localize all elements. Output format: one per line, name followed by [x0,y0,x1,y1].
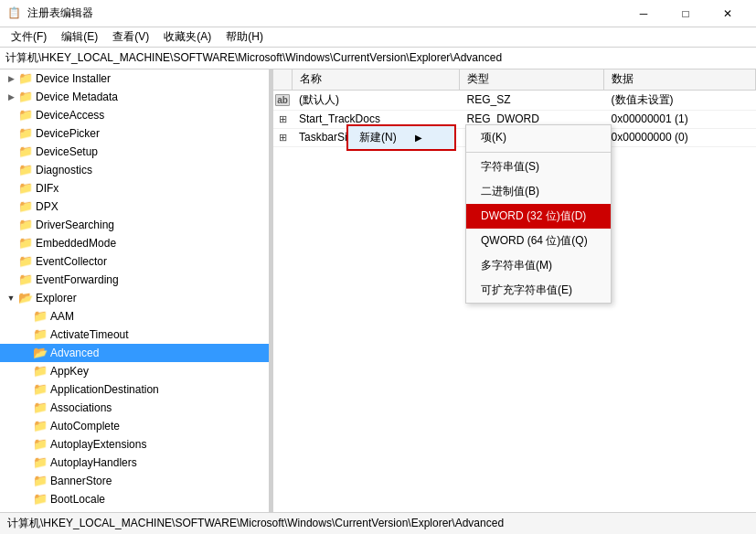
tree-item-label: Explorer [36,292,77,304]
submenu-divider [466,152,611,153]
table-row[interactable]: ab (默认人) REG_SZ (数值未设置) [273,90,756,110]
col-icon [273,69,292,90]
tree-item-label: BootLocale [50,493,105,506]
close-button[interactable]: ✕ [707,0,749,27]
tree-item-label: ApplicationDestination [50,383,159,396]
tree-item-embeddedmode[interactable]: ▶ 📁 EmbeddedMode [0,234,269,252]
folder-icon: 📁 [18,71,33,86]
tree-item-difx[interactable]: ▶ 📁 DIFx [0,179,269,198]
tree-item-label: EventForwarding [36,273,119,286]
tree-item-label: Advanced [50,347,99,359]
tree-item-label: EventCollector [36,255,107,268]
tree-item-device-installer[interactable]: ▶ 📁 Device Installer [0,69,269,88]
expand-arrow: ▶ [4,220,18,230]
tree-item-label: Device Installer [36,72,111,85]
tree-item-dpx[interactable]: ▶ 📁 DPX [0,198,269,216]
tree-item-label: DeviceSetup [36,145,98,158]
folder-icon: 📁 [18,126,33,141]
tree-item-label: AutoplayHandlers [50,456,137,469]
tree-item-autocomplete[interactable]: ▶ 📁 AutoComplete [0,417,269,435]
window-controls: ─ □ ✕ [623,0,749,27]
tree-item-label: DPX [36,200,59,213]
tree-item-device-metadata[interactable]: ▶ 📁 Device Metadata [0,88,269,106]
menu-view[interactable]: 查看(V) [105,27,156,47]
menu-file[interactable]: 文件(F) [4,27,54,47]
row-icon: ⊞ [273,110,292,128]
row-data: 0x00000001 (1) [604,110,756,128]
menu-favorites[interactable]: 收藏夹(A) [156,27,218,47]
address-path: 计算机\HKEY_LOCAL_MACHINE\SOFTWARE\Microsof… [5,50,751,66]
tree-item-bootlocale[interactable]: ▶ 📁 BootLocale [0,490,269,508]
expand-arrow: ▶ [18,440,33,449]
status-text: 计算机\HKEY_LOCAL_MACHINE\SOFTWARE\Microsof… [7,516,504,531]
tree-item-label: AutoplayExtensions [50,438,146,451]
folder-icon: 📁 [33,400,48,415]
tree-item-label: DeviceAccess [36,109,104,122]
expand-arrow: ▶ [18,422,33,431]
submenu-item-expandstring[interactable]: 可扩充字符串值(E) [466,278,611,303]
tree-item-label: DIFx [36,182,59,195]
expand-arrow: ▶ [4,166,18,175]
tree-item-label: Diagnostics [36,164,92,176]
tree-item-eventforwarding[interactable]: ▶ 📁 EventForwarding [0,271,269,289]
submenu-item-dword[interactable]: DWORD (32 位)值(D) [466,204,611,229]
folder-icon: 📁 [33,510,48,512]
row-name: (默认人) [292,90,460,110]
folder-icon: 📂 [18,291,33,305]
expand-arrow: ▶ [18,458,33,467]
title-bar: 📋 注册表编辑器 ─ □ ✕ [0,0,756,27]
tree-item-activatetimeout[interactable]: ▶ 📁 ActivateTimeout [0,326,269,344]
expand-arrow: ▶ [4,257,18,266]
tree-item-label: DevicePicker [36,127,100,140]
registry-tree[interactable]: ▶ 📁 Device Installer ▶ 📁 Device Metadata… [0,69,270,512]
tree-item-deviceaccess[interactable]: ▶ 📁 DeviceAccess [0,106,269,124]
tree-item-eventcollector[interactable]: ▶ 📁 EventCollector [0,252,269,271]
menu-edit[interactable]: 编辑(E) [54,27,105,47]
submenu-item-string[interactable]: 字符串值(S) [466,155,611,179]
main-content: ▶ 📁 Device Installer ▶ 📁 Device Metadata… [0,69,756,512]
tree-item-autoplayhandlers[interactable]: ▶ 📁 AutoplayHandlers [0,454,269,472]
folder-icon: 📁 [18,272,33,287]
submenu-item-key[interactable]: 项(K) [466,125,611,150]
tree-item-explorer[interactable]: ▼ 📂 Explorer [0,289,269,307]
folder-icon: 📁 [18,181,33,196]
tree-item-autoplayextensions[interactable]: ▶ 📁 AutoplayExtensions [0,435,269,454]
minimize-button[interactable]: ─ [623,0,665,27]
tree-item-diagnostics[interactable]: ▶ 📁 Diagnostics [0,161,269,179]
maximize-button[interactable]: □ [665,0,707,27]
row-data: 0x00000000 (0) [604,128,756,146]
tree-item-associations[interactable]: ▶ 📁 Associations [0,399,269,417]
tree-item-aam[interactable]: ▶ 📁 AAM [0,307,269,326]
submenu-item-binary[interactable]: 二进制值(B) [466,179,611,204]
folder-icon: 📁 [18,254,33,269]
expand-arrow: ▶ [18,330,33,339]
folder-icon: 📁 [33,492,48,507]
menu-bar: 文件(F) 编辑(E) 查看(V) 收藏夹(A) 帮助(H) [0,27,756,48]
tree-item-advanced[interactable]: ▶ 📂 Advanced [0,344,269,362]
tree-item-appkey[interactable]: ▶ 📁 AppKey [0,362,269,380]
tree-item-brokerextensions[interactable]: ▶ 📁 BrokerExtensions [0,508,269,512]
submenu-item-qword[interactable]: QWORD (64 位)值(Q) [466,229,611,253]
tree-item-devicesetup[interactable]: ▶ 📁 DeviceSetup [0,143,269,161]
folder-icon: 📁 [18,218,33,232]
tree-item-bannerstore[interactable]: ▶ 📁 BannerStore [0,472,269,490]
new-button[interactable]: 新建(N) ▶ [346,124,456,151]
app-icon: 📋 [7,6,22,21]
submenu-item-multistring[interactable]: 多字符串值(M) [466,253,611,278]
folder-icon: 📁 [18,90,33,104]
expand-arrow: ▶ [18,476,33,486]
tree-item-label: DriverSearching [36,219,114,231]
row-data: (数值未设置) [604,90,756,110]
expand-arrow: ▶ [4,92,18,101]
tree-item-devicepicker[interactable]: ▶ 📁 DevicePicker [0,124,269,143]
new-button-label: 新建(N) [359,130,397,145]
menu-help[interactable]: 帮助(H) [218,27,271,47]
tree-item-label: EmbeddedMode [36,237,116,250]
row-icon: ab [273,90,292,110]
folder-icon: 📁 [33,455,48,470]
folder-icon: 📁 [33,437,48,452]
row-icon: ⊞ [273,128,292,146]
tree-item-label: ActivateTimeout [50,328,129,341]
tree-item-applicationdestination[interactable]: ▶ 📁 ApplicationDestination [0,380,269,399]
tree-item-driversearching[interactable]: ▶ 📁 DriverSearching [0,216,269,234]
